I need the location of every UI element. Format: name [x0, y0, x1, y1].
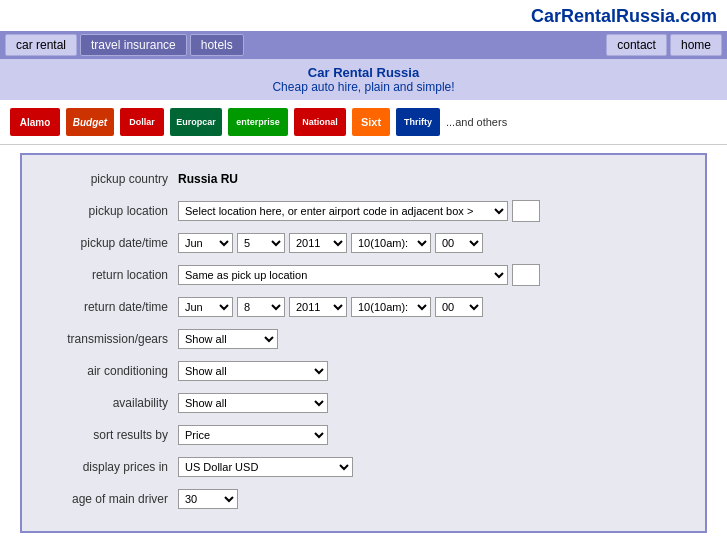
- return-year-select[interactable]: 201120122013: [289, 297, 347, 317]
- ac-row: air conditioning Show all With A/C Witho…: [38, 359, 689, 383]
- logo-alamo: Alamo: [10, 108, 60, 136]
- nav-left: car rental travel insurance hotels: [5, 34, 244, 56]
- age-control: 30 18192021 22232425 26272829 3135405060: [178, 489, 689, 509]
- return-location-label: return location: [38, 268, 178, 282]
- pickup-year-select[interactable]: 201120122013: [289, 233, 347, 253]
- logo-enterprise: enterprise: [228, 108, 288, 136]
- pickup-location-control: Select location here, or enter airport c…: [178, 200, 689, 222]
- pickup-datetime-control: JunJanFebMar AprMayJulAug SepOctNovDec 5…: [178, 233, 689, 253]
- currency-label: display prices in: [38, 460, 178, 474]
- nav-contact[interactable]: contact: [606, 34, 667, 56]
- age-select[interactable]: 30 18192021 22232425 26272829 3135405060: [178, 489, 238, 509]
- return-airport-code-input[interactable]: [512, 264, 540, 286]
- nav-bar: car rental travel insurance hotels conta…: [0, 31, 727, 59]
- pickup-country-value: Russia RU: [178, 172, 689, 186]
- availability-control: Show all Available only: [178, 393, 689, 413]
- return-min-select[interactable]: 00153045: [435, 297, 483, 317]
- nav-travel-insurance[interactable]: travel insurance: [80, 34, 187, 56]
- logo-thrifty: Thrifty: [396, 108, 440, 136]
- return-datetime-label: return date/time: [38, 300, 178, 314]
- site-title: CarRentalRussia.com: [0, 0, 727, 31]
- age-label: age of main driver: [38, 492, 178, 506]
- logo-budget: Budget: [66, 108, 114, 136]
- pickup-airport-code-input[interactable]: [512, 200, 540, 222]
- nav-home[interactable]: home: [670, 34, 722, 56]
- currency-control: US Dollar USD Euro EUR British Pound GBP…: [178, 457, 689, 477]
- availability-label: availability: [38, 396, 178, 410]
- partners-bar: Alamo Budget Dollar Europcar enterprise …: [0, 100, 727, 145]
- logo-others: ...and others: [446, 116, 507, 128]
- availability-select[interactable]: Show all Available only: [178, 393, 328, 413]
- sort-control: Price Car size Supplier: [178, 425, 689, 445]
- return-datetime-row: return date/time JunJanFebMar AprMayJulA…: [38, 295, 689, 319]
- logo-europcar: Europcar: [170, 108, 222, 136]
- ac-select[interactable]: Show all With A/C Without A/C: [178, 361, 328, 381]
- transmission-row: transmission/gears Show all Automatic Ma…: [38, 327, 689, 351]
- pickup-country-label: pickup country: [38, 172, 178, 186]
- logo-dollar: Dollar: [120, 108, 164, 136]
- transmission-label: transmission/gears: [38, 332, 178, 346]
- logo-sixt: Sixt: [352, 108, 390, 136]
- pickup-location-row: pickup location Select location here, or…: [38, 199, 689, 223]
- pickup-datetime-label: pickup date/time: [38, 236, 178, 250]
- transmission-control: Show all Automatic Manual: [178, 329, 689, 349]
- pickup-country-text: Russia RU: [178, 172, 238, 186]
- return-datetime-control: JunJanFebMar AprMayJulAug SepOctNovDec 8…: [178, 297, 689, 317]
- tagline-title: Car Rental Russia: [0, 65, 727, 80]
- nav-hotels[interactable]: hotels: [190, 34, 244, 56]
- pickup-day-select[interactable]: 51234 678910: [237, 233, 285, 253]
- search-form: pickup country Russia RU pickup location…: [20, 153, 707, 533]
- age-row: age of main driver 30 18192021 22232425 …: [38, 487, 689, 511]
- sort-row: sort results by Price Car size Supplier: [38, 423, 689, 447]
- currency-select[interactable]: US Dollar USD Euro EUR British Pound GBP…: [178, 457, 353, 477]
- ac-label: air conditioning: [38, 364, 178, 378]
- return-hour-select[interactable]: 10(10am):0(12am):8(8am): 9(9am):11(11am)…: [351, 297, 431, 317]
- sort-label: sort results by: [38, 428, 178, 442]
- nav-right: contact home: [606, 34, 722, 56]
- tagline-sub: Cheap auto hire, plain and simple!: [0, 80, 727, 94]
- ac-control: Show all With A/C Without A/C: [178, 361, 689, 381]
- nav-car-rental[interactable]: car rental: [5, 34, 77, 56]
- pickup-country-row: pickup country Russia RU: [38, 167, 689, 191]
- return-location-row: return location Same as pick up location…: [38, 263, 689, 287]
- pickup-min-select[interactable]: 00153045: [435, 233, 483, 253]
- pickup-hour-select[interactable]: 10(10am):0(12am):1(1am): 8(8am):9(9am):1…: [351, 233, 431, 253]
- return-day-select[interactable]: 81234 567910: [237, 297, 285, 317]
- tagline: Car Rental Russia Cheap auto hire, plain…: [0, 59, 727, 100]
- sort-select[interactable]: Price Car size Supplier: [178, 425, 328, 445]
- pickup-datetime-row: pickup date/time JunJanFebMar AprMayJulA…: [38, 231, 689, 255]
- pickup-location-select[interactable]: Select location here, or enter airport c…: [178, 201, 508, 221]
- pickup-location-label: pickup location: [38, 204, 178, 218]
- return-location-control: Same as pick up location Different locat…: [178, 264, 689, 286]
- return-location-select[interactable]: Same as pick up location Different locat…: [178, 265, 508, 285]
- pickup-month-select[interactable]: JunJanFebMar AprMayJulAug SepOctNovDec: [178, 233, 233, 253]
- logo-national: National: [294, 108, 346, 136]
- transmission-select[interactable]: Show all Automatic Manual: [178, 329, 278, 349]
- availability-row: availability Show all Available only: [38, 391, 689, 415]
- return-month-select[interactable]: JunJanFebMar AprMayJulAug SepOctNovDec: [178, 297, 233, 317]
- currency-row: display prices in US Dollar USD Euro EUR…: [38, 455, 689, 479]
